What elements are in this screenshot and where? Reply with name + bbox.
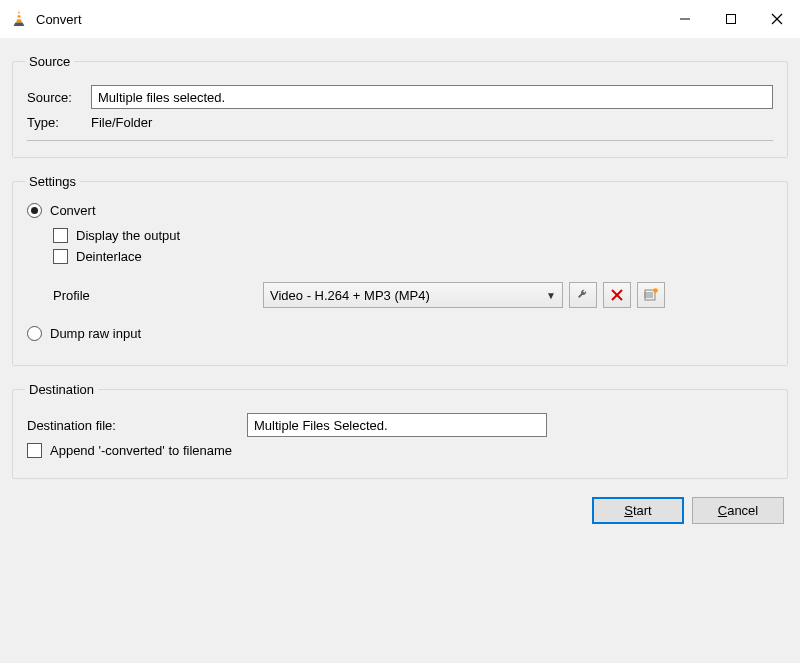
svg-point-14 — [653, 288, 658, 293]
source-legend: Source — [25, 54, 74, 69]
radio-dot-icon — [27, 203, 42, 218]
destination-file-label: Destination file: — [27, 418, 247, 433]
profile-value: Video - H.264 + MP3 (MP4) — [270, 288, 430, 303]
chevron-down-icon: ▼ — [540, 290, 562, 301]
dialog-footer: Start Cancel — [12, 489, 788, 528]
wrench-icon — [576, 288, 590, 302]
convert-radio[interactable]: Convert — [27, 203, 773, 218]
cancel-button[interactable]: Cancel — [692, 497, 784, 524]
dump-raw-label: Dump raw input — [50, 326, 141, 341]
checkbox-icon — [27, 443, 42, 458]
type-label: Type: — [27, 115, 91, 130]
destination-legend: Destination — [25, 382, 98, 397]
maximize-button[interactable] — [708, 0, 754, 38]
window-title: Convert — [36, 12, 82, 27]
source-input[interactable] — [91, 85, 773, 109]
dialog-body: Source Source: Type: File/Folder Setting… — [0, 38, 800, 663]
destination-group: Destination Destination file: Append '-c… — [12, 382, 788, 479]
vlc-icon — [10, 9, 28, 30]
svg-rect-5 — [727, 15, 736, 24]
close-button[interactable] — [754, 0, 800, 38]
svg-rect-1 — [17, 13, 20, 15]
delete-x-icon — [611, 289, 623, 301]
checkbox-icon — [53, 249, 68, 264]
titlebar: Convert — [0, 0, 800, 38]
svg-marker-3 — [14, 22, 25, 26]
source-label: Source: — [27, 90, 91, 105]
dump-raw-radio[interactable]: Dump raw input — [27, 326, 773, 341]
close-icon — [771, 13, 783, 25]
append-converted-label: Append '-converted' to filename — [50, 443, 232, 458]
settings-legend: Settings — [25, 174, 80, 189]
checkbox-icon — [53, 228, 68, 243]
type-value: File/Folder — [91, 115, 152, 130]
minimize-icon — [679, 13, 691, 25]
svg-marker-0 — [16, 9, 21, 22]
svg-rect-2 — [17, 17, 21, 19]
start-button[interactable]: Start — [592, 497, 684, 524]
display-output-label: Display the output — [76, 228, 180, 243]
profile-select[interactable]: Video - H.264 + MP3 (MP4) ▼ — [263, 282, 563, 308]
radio-dot-icon — [27, 326, 42, 341]
convert-radio-label: Convert — [50, 203, 96, 218]
append-converted-checkbox[interactable]: Append '-converted' to filename — [27, 443, 773, 458]
minimize-button[interactable] — [662, 0, 708, 38]
new-profile-icon — [644, 288, 658, 302]
profile-label: Profile — [27, 288, 263, 303]
delete-profile-button[interactable] — [603, 282, 631, 308]
destination-file-input[interactable] — [247, 413, 547, 437]
convert-dialog: Convert Source Source: Type: File/Folder — [0, 0, 800, 663]
edit-profile-button[interactable] — [569, 282, 597, 308]
new-profile-button[interactable] — [637, 282, 665, 308]
deinterlace-checkbox[interactable]: Deinterlace — [53, 249, 773, 264]
deinterlace-label: Deinterlace — [76, 249, 142, 264]
display-output-checkbox[interactable]: Display the output — [53, 228, 773, 243]
maximize-icon — [725, 13, 737, 25]
source-group: Source Source: Type: File/Folder — [12, 54, 788, 158]
settings-group: Settings Convert Display the output Dein… — [12, 174, 788, 366]
